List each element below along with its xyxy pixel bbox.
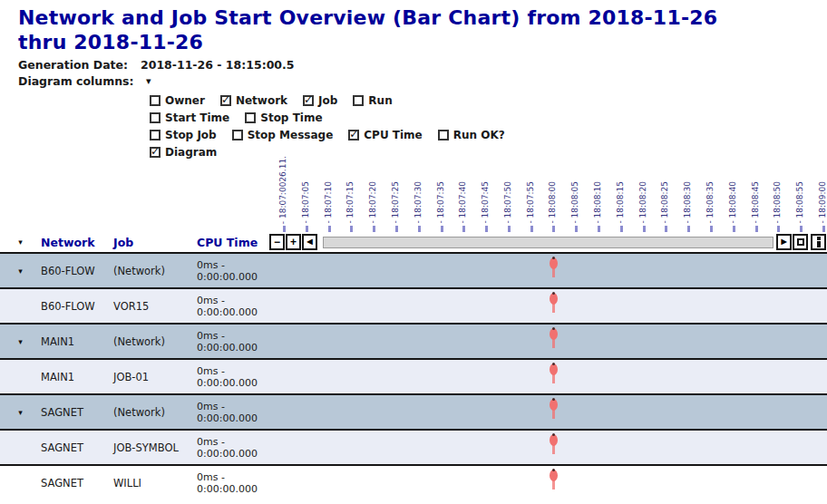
checkbox-run-ok-[interactable]: Run OK? [438,129,505,141]
checkbox-stop-time[interactable]: Stop Time [245,111,322,124]
checkbox-icon[interactable] [220,95,231,106]
table-row: ▾ B60-FLOW (Network) 0ms - 0:00:00.000 [0,252,827,287]
info-icon [817,237,821,247]
timeline-tick [643,226,646,232]
row-job: WILLI [113,477,197,489]
checkbox-icon[interactable] [348,130,359,141]
job-start-marker[interactable] [550,434,558,446]
timeline-tick-label: - 18:08:40 [728,181,738,224]
timeline-tick-label: - 18:08:45 [751,181,761,224]
row-network: SAGNET [41,477,113,489]
checkbox-label: Stop Job [165,129,217,141]
job-start-marker[interactable] [550,363,558,375]
checkbox-stop-message[interactable]: Stop Message [232,129,334,141]
timeline-tick [508,226,511,232]
zoom-in-button[interactable]: + [286,234,301,250]
checkbox-label: Stop Message [248,129,334,141]
checkbox-label: Diagram [165,146,217,159]
checkbox-job[interactable]: Job [303,94,337,107]
row-network: B60-FLOW [41,265,113,277]
checkbox-run[interactable]: Run [353,94,392,107]
checkbox-icon[interactable] [150,130,161,141]
table-row: MAIN1 JOB-01 0ms - 0:00:00.000 [0,358,827,393]
generation-date-label: Generation Date: [18,58,141,72]
timeline-tick-label: - 18:08:20 [638,181,648,224]
scrollbar-track[interactable] [323,237,773,248]
timeline-tick-label: - 18:07:35 [436,181,446,224]
timeline-tick-label: - 18:07:55 [526,181,536,224]
row-network: MAIN1 [41,335,113,348]
controls-row: ▾ Network Job CPU Time − + ◀ ▶ [0,232,827,252]
timeline-tick-label: - 18:07:50 [503,181,513,224]
timeline-tick-label: - 18:08:15 [616,181,626,224]
checkbox-icon[interactable] [303,95,314,106]
zoom-out-button[interactable]: − [269,234,285,250]
detail-button[interactable] [811,234,826,250]
checkbox-label: Network [236,94,287,107]
row-job: (Network) [113,265,197,277]
row-collapse-arrow-icon[interactable]: ▾ [0,267,41,276]
timeline-tick [283,226,286,232]
checkbox-icon[interactable] [150,112,161,123]
job-start-marker[interactable] [550,293,558,305]
header-cpu-time: CPU Time [197,236,269,249]
timeline-tick-label: - 18:08:25 [660,181,670,224]
timeline-tick [350,226,353,232]
checkbox-icon[interactable] [245,112,256,123]
scroll-right-button[interactable]: ▶ [776,234,792,250]
timeline-tick-label: - 18:08:50 [773,181,783,224]
timeline-tick [418,226,421,232]
table-row: SAGNET WILLI 0ms - 0:00:00.000 [0,464,827,499]
timeline-tick [395,226,398,232]
checkbox-stop-job[interactable]: Stop Job [150,129,217,141]
timeline-tick-label: - 18:07:20 [368,181,378,224]
generation-date-row: Generation Date: 2018-11-26 - 18:15:00.5 [18,56,827,73]
timeline-tick [800,226,803,232]
timeline-tick-label: - 18:08:55 [795,181,805,224]
checkbox-icon[interactable] [150,147,161,158]
job-start-marker[interactable] [550,328,558,340]
timeline-tick [552,226,555,232]
timeline-tick-label: - 18:07:40 [458,181,468,224]
checkbox-owner[interactable]: Owner [150,94,205,107]
timeline-tick-label: - 18:07:25 [391,181,401,224]
row-collapse-arrow-icon[interactable]: ▾ [0,408,41,417]
timeline-tick [328,226,331,232]
timeline-tick [665,226,667,232]
timeline-tick-label: - 18:07:10 [324,181,334,224]
timeline: - 18:07:0026.11.- 18:07:05- 18:07:10- 18… [269,163,827,232]
checkbox-row: Diagram [150,143,827,160]
page: Network and Job Start Overview (Bar Char… [0,0,827,504]
diagram-columns-label: Diagram columns: [18,74,141,88]
checkbox-icon[interactable] [438,130,449,141]
job-start-marker[interactable] [550,257,558,269]
checkbox-network[interactable]: Network [220,94,287,107]
checkbox-icon[interactable] [232,130,243,141]
row-job: VOR15 [113,300,197,313]
timeline-tick [777,226,780,232]
job-start-marker[interactable] [550,399,558,411]
checkbox-icon[interactable] [150,95,161,106]
row-collapse-arrow-icon[interactable]: ▾ [0,337,41,346]
checkbox-panel: Owner Network Job Run Start Time Stop Ti… [150,92,827,160]
table-row: ▾ SAGNET (Network) 0ms - 0:00:00.000 [0,393,827,429]
row-network: SAGNET [41,441,113,454]
job-start-marker[interactable] [550,470,558,481]
checkbox-start-time[interactable]: Start Time [150,111,229,124]
row-job: (Network) [113,406,197,419]
checkbox-label: Job [318,94,337,107]
timeline-tick [710,226,713,232]
columns-dropdown-arrow-icon[interactable]: ▾ [146,75,151,87]
row-network: SAGNET [41,406,113,419]
table-row: ▾ MAIN1 (Network) 0ms - 0:00:00.000 [0,323,827,358]
checkbox-icon[interactable] [353,95,364,106]
diagram-columns-row: Diagram columns: ▾ [18,73,827,89]
checkbox-label: Start Time [165,111,229,124]
timeline-tick [755,226,758,232]
collapse-all-arrow-icon[interactable]: ▾ [0,237,41,247]
timeline-tick [575,226,578,232]
checkbox-cpu-time[interactable]: CPU Time [348,129,422,141]
fit-view-button[interactable] [793,234,808,250]
scroll-left-button[interactable]: ◀ [302,234,317,250]
checkbox-diagram[interactable]: Diagram [150,146,217,159]
